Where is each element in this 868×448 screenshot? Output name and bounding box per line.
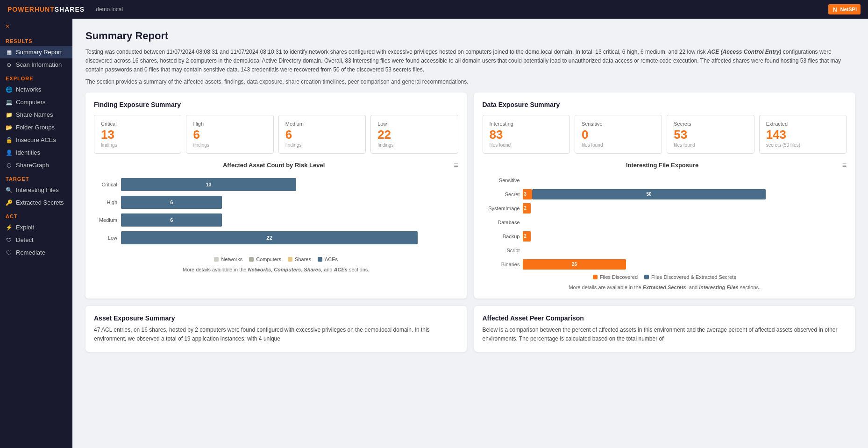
sidebar-item-insecure-aces[interactable]: 🔓 Insecure ACEs (0, 134, 72, 146)
brand: POWERHUNTSHARES (7, 6, 85, 13)
bar-fill-low: 22 (121, 231, 418, 244)
sidebar-close-button[interactable]: × (0, 19, 72, 34)
hbar-track-script (523, 245, 847, 256)
bar-label-medium: Medium (94, 217, 117, 223)
data-footnote-interesting: Interesting Files (699, 284, 738, 290)
sidebar-item-label: Computers (16, 99, 46, 106)
bar-row-low: Low 22 (94, 231, 458, 244)
topbar: POWERHUNTSHARES demo.local N NetSPI (0, 0, 868, 19)
hbar-label-script: Script (483, 248, 520, 253)
bar-row-high: High 6 (94, 196, 458, 209)
sidebar-item-networks[interactable]: 🌐 Networks (0, 83, 72, 96)
finding-stat-boxes: Critical 13 findings High 6 findings Med… (94, 115, 458, 154)
finding-footnote-shares: Shares (304, 267, 321, 272)
sensitive-label: Sensitive (582, 121, 655, 127)
summary-report-icon: ▦ (6, 49, 12, 56)
legend-files-extracted-dot (644, 275, 649, 279)
section-act: ACT (0, 209, 72, 221)
secrets-sub: files found (674, 142, 747, 148)
sidebar-item-sharegraph[interactable]: ⬡ ShareGraph (0, 159, 72, 171)
legend-aces-label: ACEs (325, 256, 338, 262)
hbar-track-secret: 3 50 (523, 189, 847, 199)
identities-icon: 👤 (6, 149, 12, 156)
sidebar-item-computers[interactable]: 💻 Computers (0, 96, 72, 108)
sidebar-item-scan-information[interactable]: ⊙ Scan Information (0, 58, 72, 71)
finding-chart-title: Affected Asset Count by Risk Level (94, 162, 454, 169)
legend-files-discovered-dot (593, 275, 598, 279)
stat-box-low: Low 22 findings (370, 115, 458, 154)
sidebar-item-interesting-files[interactable]: 🔍 Interesting Files (0, 184, 72, 196)
secrets-label: Secrets (674, 121, 747, 127)
page-title: Summary Report (85, 30, 855, 42)
data-chart-legend: Files Discovered Files Discovered & Extr… (483, 274, 847, 280)
insecure-aces-icon: 🔓 (6, 137, 12, 143)
legend-computers-label: Computers (256, 256, 281, 262)
top-cards-row: Finding Exposure Summary Critical 13 fin… (85, 92, 855, 299)
finding-exposure-title: Finding Exposure Summary (94, 101, 458, 108)
hbar-fill-backup-orange: 2 (523, 231, 531, 242)
sidebar-item-remediate[interactable]: 🛡 Remediate (0, 246, 72, 259)
sidebar-item-share-names[interactable]: 📁 Share Names (0, 108, 72, 121)
finding-chart-menu-icon[interactable]: ≡ (454, 161, 458, 170)
data-chart-title: Interesting File Exposure (483, 162, 842, 169)
hbar-row-binaries: Binaries 26 (483, 259, 847, 270)
legend-aces: ACEs (318, 256, 338, 262)
bar-label-low: Low (94, 235, 117, 241)
hbar-row-backup: Backup 2 (483, 231, 847, 242)
hbar-row-secret: Secret 3 50 (483, 189, 847, 199)
section-note: The section provides a summary of the af… (85, 78, 855, 85)
sidebar-item-extracted-secrets[interactable]: 🔑 Extracted Secrets (0, 196, 72, 209)
sidebar-item-label: Networks (16, 86, 41, 93)
scan-information-icon: ⊙ (6, 62, 12, 68)
interesting-files-icon: 🔍 (6, 187, 12, 193)
extracted-value: 143 (766, 128, 840, 141)
sidebar-item-label: Summary Report (16, 49, 62, 56)
sidebar-item-label: Interesting Files (16, 186, 59, 193)
sidebar-item-detect[interactable]: 🛡 Detect (0, 234, 72, 246)
hbar-val-secret-dark: 50 (646, 192, 651, 197)
networks-icon: 🌐 (6, 86, 12, 93)
sidebar-item-summary-report[interactable]: ▦ Summary Report (0, 46, 72, 58)
low-label: Low (377, 121, 451, 127)
legend-aces-dot (318, 257, 322, 262)
summary-paragraph: Testing was conducted between 11/07/2024… (85, 48, 855, 75)
critical-value: 13 (101, 128, 174, 141)
high-sub: findings (193, 142, 266, 148)
interesting-file-chart: Sensitive Secret 3 50 (483, 175, 847, 270)
low-sub: findings (377, 142, 451, 148)
medium-sub: findings (285, 142, 359, 148)
sidebar-item-identities[interactable]: 👤 Identities (0, 146, 72, 159)
sidebar-item-exploit[interactable]: ⚡ Exploit (0, 221, 72, 234)
hbar-label-binaries: Binaries (483, 262, 520, 267)
hbar-track-binaries: 26 (523, 259, 847, 270)
main-content: Summary Report Testing was conducted bet… (72, 19, 868, 448)
hbar-val-binaries: 26 (572, 262, 577, 267)
hbar-val-secret-orange: 3 (524, 192, 527, 197)
interesting-sub: files found (490, 142, 563, 148)
stat-box-critical: Critical 13 findings (94, 115, 181, 154)
critical-sub: findings (101, 142, 174, 148)
sidebar-item-label: Folder Groups (16, 124, 55, 131)
folder-groups-icon: 📂 (6, 124, 12, 131)
finding-exposure-card: Finding Exposure Summary Critical 13 fin… (85, 92, 467, 299)
finding-chart-footnote: More details available in the Networks, … (94, 267, 458, 272)
legend-computers-dot (249, 257, 254, 262)
interesting-value: 83 (490, 128, 563, 141)
sidebar-item-label: Remediate (16, 249, 45, 256)
data-chart-menu-icon[interactable]: ≡ (842, 161, 847, 170)
interesting-label: Interesting (490, 121, 563, 127)
share-names-icon: 📁 (6, 112, 12, 118)
legend-shares-dot (288, 257, 292, 262)
data-stat-boxes: Interesting 83 files found Sensitive 0 f… (483, 115, 847, 154)
sharegraph-icon: ⬡ (6, 162, 12, 169)
computers-icon: 💻 (6, 99, 12, 106)
finding-bar-chart: Critical 13 High 6 (94, 175, 458, 252)
netspi-logo-icon: N (832, 6, 839, 13)
hbar-label-systemimage: SystemImage (483, 206, 520, 211)
finding-footnote-aces: ACEs (334, 267, 348, 272)
low-value: 22 (377, 128, 451, 141)
sidebar-item-folder-groups[interactable]: 📂 Folder Groups (0, 121, 72, 134)
finding-chart-header: Affected Asset Count by Risk Level ≡ (94, 161, 458, 170)
sidebar-item-label: Insecure ACEs (16, 136, 56, 143)
hbar-row-systemimage: SystemImage 2 (483, 203, 847, 213)
